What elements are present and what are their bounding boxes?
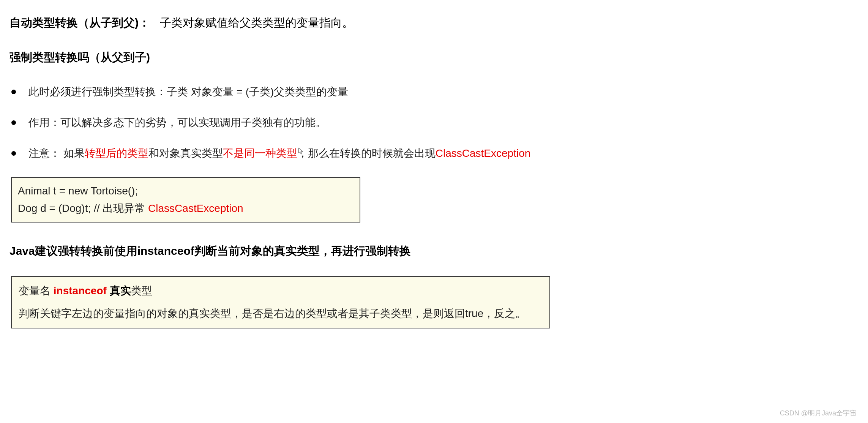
bullet-mid-2: ，那么在转换的时候就会出现 (297, 147, 436, 159)
instanceof-info-box: 变量名 instanceof 真实类型 判断关键字左边的变量指向的对象的真实类型… (11, 276, 550, 328)
csdn-watermark: CSDN @明月Java全宇宙 (780, 409, 857, 418)
bullet-text: 此时必须进行强制类型转换：子类 对象变量 = (子类)父类类型的变量 (28, 86, 348, 98)
code-line-2: Dog d = (Dog)t; // 出现异常 ClassCastExcepti… (18, 200, 354, 217)
heading-text: 自动类型转换（从子到父)： (9, 16, 150, 29)
bullet-text: 作用：可以解决多态下的劣势，可以实现调用子类独有的功能。 (28, 117, 326, 128)
heading-instanceof-recommendation: Java建议强转转换前使用instanceof判断当前对象的真实类型，再进行强制… (9, 243, 859, 259)
heading-description: 子类对象赋值给父类类型的变量指向。 (160, 16, 354, 29)
bullet-red-1: 转型后的类型 (85, 147, 148, 159)
heading-auto-type-conversion: 自动类型转换（从子到父)： 子类对象赋值给父类类型的变量指向。 (9, 15, 859, 31)
bullet-item-2: 作用：可以解决多态下的劣势，可以实现调用子类独有的功能。 (9, 115, 859, 130)
syntax-prefix: 变量名 (19, 285, 54, 297)
code-line-1: Animal t = new Tortoise(); (18, 182, 354, 200)
bullet-list: 此时必须进行强制类型转换：子类 对象变量 = (子类)父类类型的变量 作用：可以… (9, 84, 859, 161)
instanceof-syntax-line: 变量名 instanceof 真实类型 (19, 284, 543, 298)
bullet-mid-1: 和对象真实类型 (148, 147, 223, 159)
bullet-red-3: ClassCastException (436, 147, 531, 159)
code-example-box: Animal t = new Tortoise(); Dog d = (Dog)… (11, 177, 360, 223)
syntax-suffix: 类型 (131, 285, 152, 297)
syntax-bold: 真实 (110, 285, 131, 297)
bullet-item-3: 注意： 如果转型后的类型和对象真实类型不是同一种类型，那么在转换的时候就会出现C… (9, 146, 859, 161)
heading-forced-type-conversion: 强制类型转换吗（从父到子) (9, 50, 859, 65)
code-line-2-prefix: Dog d = (Dog)t; // 出现异常 (18, 202, 148, 214)
bullet-item-1: 此时必须进行强制类型转换：子类 对象变量 = (子类)父类类型的变量 (9, 84, 859, 99)
bullet-prefix: 注意： 如果 (28, 147, 85, 159)
bullet-red-2: 不是同一种类型 (223, 147, 297, 159)
instanceof-explanation: 判断关键字左边的变量指向的对象的真实类型，是否是右边的类型或者是其子类类型，是则… (19, 306, 543, 321)
instanceof-keyword: instanceof (54, 285, 110, 297)
code-line-2-exception: ClassCastException (148, 202, 243, 214)
